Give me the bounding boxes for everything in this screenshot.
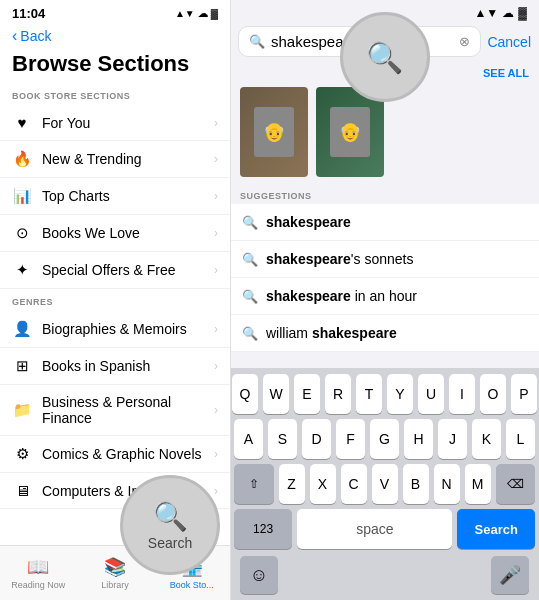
key-E[interactable]: E	[294, 374, 320, 414]
keyboard-row-1: Q W E R T Y U I O P	[234, 374, 535, 414]
suggestion-item-3[interactable]: 🔍 shakespeare in an hour	[230, 278, 539, 315]
menu-label-top-charts: Top Charts	[42, 188, 214, 204]
menu-item-special-offers[interactable]: ✦ Special Offers & Free ›	[0, 252, 230, 289]
emoji-button[interactable]: ☺	[240, 556, 278, 594]
key-P[interactable]: P	[511, 374, 537, 414]
key-G[interactable]: G	[370, 419, 399, 459]
keyboard-row-4: 123 space Search	[234, 509, 535, 549]
key-Y[interactable]: Y	[387, 374, 413, 414]
right-panel: ▲▼ ☁ ▓ 🔍 🔍 shakespea ⊗ Cancel SEE ALL 👴 …	[230, 0, 539, 600]
key-F[interactable]: F	[336, 419, 365, 459]
menu-item-biographies[interactable]: 👤 Biographies & Memoirs ›	[0, 311, 230, 348]
person-icon: 👤	[12, 320, 32, 338]
briefcase-icon: 📁	[12, 401, 32, 419]
tab-reading-now[interactable]: 📖 Reading Now	[0, 546, 77, 600]
menu-label-special-offers: Special Offers & Free	[42, 262, 214, 278]
menu-item-books-spanish[interactable]: ⊞ Books in Spanish ›	[0, 348, 230, 385]
magnify-icon: 🔍	[366, 40, 403, 75]
key-J[interactable]: J	[438, 419, 467, 459]
menu-item-for-you[interactable]: ♥ For You ›	[0, 105, 230, 141]
key-K[interactable]: K	[472, 419, 501, 459]
computer-icon: 🖥	[12, 482, 32, 499]
chevron-right-icon: ›	[214, 152, 218, 166]
book-face-1: 👴	[254, 107, 294, 157]
menu-item-business[interactable]: 📁 Business & Personal Finance ›	[0, 385, 230, 436]
key-C[interactable]: C	[341, 464, 367, 504]
suggestion-text-4: william shakespeare	[266, 325, 397, 341]
key-W[interactable]: W	[263, 374, 289, 414]
keyboard: Q W E R T Y U I O P A S D F G H J K L ⇧ …	[230, 368, 539, 600]
comics-icon: ⚙	[12, 445, 32, 463]
key-N[interactable]: N	[434, 464, 460, 504]
key-L[interactable]: L	[506, 419, 535, 459]
menu-label-for-you: For You	[42, 115, 214, 131]
menu-item-new-trending[interactable]: 🔥 New & Trending ›	[0, 141, 230, 178]
suggestion-bold-1: shakespeare	[266, 214, 351, 230]
suggestion-item-2[interactable]: 🔍 shakespeare's sonnets	[230, 241, 539, 278]
key-B[interactable]: B	[403, 464, 429, 504]
key-I[interactable]: I	[449, 374, 475, 414]
section-label-genres: GENRES	[0, 289, 230, 311]
suggestion-text-2: shakespeare's sonnets	[266, 251, 413, 267]
cancel-button[interactable]: Cancel	[487, 34, 531, 50]
suggestion-bold-2: shakespeare	[266, 251, 351, 267]
menu-item-comics[interactable]: ⚙ Comics & Graphic Novels ›	[0, 436, 230, 473]
wifi-icon: ☁	[198, 8, 208, 19]
suggestion-item-4[interactable]: 🔍 william shakespeare	[230, 315, 539, 352]
chevron-right-icon: ›	[214, 189, 218, 203]
key-R[interactable]: R	[325, 374, 351, 414]
tab-label-library: Library	[101, 580, 129, 590]
search-circle-overlay[interactable]: 🔍 Search	[120, 475, 220, 575]
panel-divider	[230, 0, 231, 600]
search-magnify-icon: 🔍	[249, 34, 265, 49]
battery-icon: ▓	[211, 8, 218, 19]
section-label-bookstore: BOOK STORE SECTIONS	[0, 83, 230, 105]
see-all-button[interactable]: SEE ALL	[483, 67, 529, 79]
search-clear-button[interactable]: ⊗	[459, 34, 470, 49]
key-T[interactable]: T	[356, 374, 382, 414]
key-Z[interactable]: Z	[279, 464, 305, 504]
suggestion-item-1[interactable]: 🔍 shakespeare	[230, 204, 539, 241]
book-face-2: 👴	[330, 107, 370, 157]
suggestion-search-icon-3: 🔍	[242, 289, 258, 304]
menu-label-new-trending: New & Trending	[42, 151, 214, 167]
key-space[interactable]: space	[297, 509, 452, 549]
key-delete[interactable]: ⌫	[496, 464, 536, 504]
menu-label-biographies: Biographies & Memoirs	[42, 321, 214, 337]
search-circle-icon: 🔍	[153, 500, 188, 533]
key-numbers[interactable]: 123	[234, 509, 292, 549]
search-bar-container: 🔍 🔍 shakespea ⊗ Cancel	[230, 22, 539, 61]
right-signal-icon: ▲▼	[474, 6, 498, 20]
chevron-right-icon: ›	[214, 484, 218, 498]
suggestion-bold-4: shakespeare	[312, 325, 397, 341]
keyboard-row-2: A S D F G H J K L	[234, 419, 535, 459]
menu-item-top-charts[interactable]: 📊 Top Charts ›	[0, 178, 230, 215]
book-thumbnail-1[interactable]: 👴	[240, 87, 308, 177]
tab-label-reading-now: Reading Now	[11, 580, 65, 590]
suggestion-search-icon-1: 🔍	[242, 215, 258, 230]
menu-label-comics: Comics & Graphic Novels	[42, 446, 214, 462]
key-Q[interactable]: Q	[232, 374, 258, 414]
key-shift[interactable]: ⇧	[234, 464, 274, 504]
globe-icon: ⊞	[12, 357, 32, 375]
back-button[interactable]: ‹ Back	[0, 23, 230, 49]
suggestion-bold-3: shakespeare	[266, 288, 351, 304]
right-battery-icon: ▓	[518, 6, 527, 20]
signal-icon: ▲▼	[175, 8, 195, 19]
key-D[interactable]: D	[302, 419, 331, 459]
key-search[interactable]: Search	[457, 509, 535, 549]
key-S[interactable]: S	[268, 419, 297, 459]
suggestion-text-1: shakespeare	[266, 214, 351, 230]
key-X[interactable]: X	[310, 464, 336, 504]
key-H[interactable]: H	[404, 419, 433, 459]
key-M[interactable]: M	[465, 464, 491, 504]
book-open-icon: 📖	[27, 556, 49, 578]
key-V[interactable]: V	[372, 464, 398, 504]
dictate-button[interactable]: 🎤	[491, 556, 529, 594]
suggestion-search-icon-2: 🔍	[242, 252, 258, 267]
status-icons: ▲▼ ☁ ▓	[175, 8, 218, 19]
key-O[interactable]: O	[480, 374, 506, 414]
key-A[interactable]: A	[234, 419, 263, 459]
key-U[interactable]: U	[418, 374, 444, 414]
menu-item-books-we-love[interactable]: ⊙ Books We Love ›	[0, 215, 230, 252]
